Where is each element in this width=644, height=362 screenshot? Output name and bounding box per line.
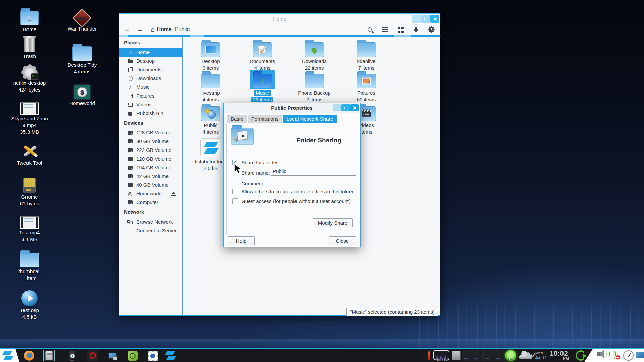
mute-badge-icon[interactable]: [615, 355, 621, 360]
back-button[interactable]: ←: [124, 25, 131, 33]
desktop-icon-desktop-tidy[interactable]: Desktop Tidy 4 items: [59, 42, 106, 75]
dialog-close-action-button[interactable]: Close: [329, 236, 356, 245]
sidebar-item-volume-40gb[interactable]: 40 GB Volume: [119, 181, 182, 189]
comment-field[interactable]: [271, 179, 356, 186]
workspace-switcher[interactable]: [462, 350, 505, 361]
tab-local-network-share[interactable]: Local Network Share: [283, 115, 337, 123]
taskbar-displays[interactable]: [107, 350, 118, 361]
taskbar-firefox[interactable]: [23, 350, 35, 361]
sidebar-item-downloads[interactable]: ↓Downloads: [119, 74, 182, 83]
sidebar-item-volume-128gb[interactable]: 128 GB Volume: [119, 128, 182, 137]
sidebar-item-volume-194gb[interactable]: 194 GB Volume: [119, 163, 182, 172]
sidebar-item-rubbish-bin[interactable]: Rubbish Bin: [119, 109, 182, 118]
desktop-icon-thumbnail[interactable]: thumbnail 1 item: [6, 249, 53, 282]
file-item-livestmp[interactable]: livestmp 4 items: [185, 70, 236, 103]
close-button[interactable]: [430, 15, 439, 23]
desktop-icon-sublabel: 35.3 MB: [7, 129, 52, 135]
workspace-2[interactable]: [473, 350, 484, 361]
share-name-field[interactable]: Public: [271, 168, 356, 176]
download-button[interactable]: [412, 25, 420, 34]
breadcrumb-public[interactable]: Public: [175, 26, 190, 33]
taskbar-opera[interactable]: O: [87, 350, 98, 361]
drive-icon: [127, 130, 133, 136]
file-item-downloads[interactable]: Downloads 22 items: [289, 39, 339, 71]
breadcrumb-home[interactable]: ⌂Home: [151, 26, 172, 33]
dialog-close-button[interactable]: [350, 104, 359, 111]
window-preview-thumbnail[interactable]: [452, 351, 461, 360]
share-this-folder-label: Share this folder: [241, 160, 278, 165]
dialog-minimize-button[interactable]: [333, 104, 341, 111]
taskbar-media-player[interactable]: [66, 350, 78, 361]
weather-widget[interactable]: 6°: [518, 352, 533, 359]
settings-button[interactable]: [427, 25, 435, 34]
file-item-kdenlive[interactable]: kdenlive 7 items: [341, 39, 391, 71]
dialog-maximize-button[interactable]: [341, 104, 350, 111]
desktop-icon-test-osp[interactable]: Test.osp 4.5 kB: [6, 288, 53, 320]
file-item-music-selected[interactable]: ♪ Music 23 items: [237, 70, 287, 103]
allow-others-checkbox[interactable]: [232, 189, 238, 194]
sidebar-item-documents[interactable]: Documents: [119, 65, 182, 74]
start-menu-button[interactable]: [0, 349, 19, 362]
file-item-documents[interactable]: Documents 4 items: [237, 39, 287, 71]
search-button[interactable]: [366, 25, 374, 34]
help-button[interactable]: Help: [228, 236, 255, 245]
volume-icon[interactable]: [597, 352, 601, 356]
dialog-titlebar[interactable]: Public Properties: [224, 103, 360, 113]
desktop-icon-homeworld[interactable]: $ Homeworld: [59, 80, 106, 107]
desktop-icon-war-thunder[interactable]: War Thunder: [59, 5, 106, 32]
workspace-4[interactable]: [494, 350, 505, 361]
modify-share-button[interactable]: Modify Share: [313, 218, 353, 227]
display-icon[interactable]: [636, 352, 644, 358]
taskbar-software-store[interactable]: [127, 350, 138, 361]
folder-icon: [72, 46, 92, 61]
battery-indicator[interactable]: 28%: [505, 350, 516, 361]
drive-icon: [127, 174, 133, 179]
tab-permissions[interactable]: Permissions: [248, 115, 282, 123]
eject-button[interactable]: [171, 192, 176, 196]
taskbar-mail[interactable]: [147, 350, 158, 361]
sidebar-item-home[interactable]: ⌂Home: [119, 48, 182, 57]
desktop-icon-netflix-desktop[interactable]: >_ netflix-desktop 424 bytes: [6, 60, 53, 93]
guest-access-checkbox[interactable]: [232, 198, 238, 204]
sidebar-item-volume-222gb[interactable]: 222 GB Volume: [119, 146, 182, 155]
analog-clock-icon[interactable]: [623, 350, 634, 361]
documents-icon: [127, 67, 133, 73]
file-item-phone-backup[interactable]: Phone Backup 2 items: [289, 70, 339, 103]
workspace-1[interactable]: [462, 350, 473, 361]
window-title: Home: [119, 14, 440, 24]
window-titlebar[interactable]: Home: [119, 14, 440, 24]
file-item-pictures[interactable]: Pictures 60 items: [341, 70, 391, 103]
sidebar-item-browse-network[interactable]: Browse Network: [119, 218, 182, 226]
desktop-icon-home[interactable]: ⌂ Home: [6, 7, 53, 33]
desktop-icon-gnome[interactable]: Gnome 61 bytes: [6, 174, 53, 207]
maximize-button[interactable]: [421, 15, 430, 23]
sidebar-item-connect-server[interactable]: Connect to Server: [119, 226, 182, 235]
taskbar-file-manager[interactable]: [43, 350, 55, 361]
minimize-button[interactable]: [412, 15, 421, 23]
grid-view-button[interactable]: [396, 25, 405, 34]
file-item-desktop[interactable]: Desktop 9 items: [185, 39, 236, 71]
sidebar-item-label: 40 GB Volume: [136, 181, 169, 189]
sidebar-item-videos[interactable]: Videos: [119, 100, 182, 109]
sidebar-item-desktop[interactable]: Desktop: [119, 57, 182, 65]
forward-button[interactable]: →: [136, 25, 143, 33]
restart-button[interactable]: [576, 350, 586, 361]
desktop-icon-test-mp4[interactable]: Test.mp4 3.1 MB: [6, 214, 53, 243]
desktop-icon-trash[interactable]: Trash: [6, 34, 53, 60]
taskbar-date[interactable]: Wed Jan 14: [535, 351, 546, 360]
tab-basic[interactable]: Basic: [227, 115, 247, 123]
sidebar-item-homeworld-disc[interactable]: ◎Homeworld: [119, 189, 182, 198]
sidebar-item-volume-42gb[interactable]: 42 GB Volume: [119, 172, 182, 181]
sidebar-item-label: Connect to Server: [136, 226, 177, 235]
sidebar-item-music[interactable]: ♪Music: [119, 83, 182, 92]
taskbar-zorin-app[interactable]: [165, 350, 176, 361]
sidebar-item-computer[interactable]: Computer: [119, 198, 182, 207]
sidebar-item-pictures[interactable]: Pictures: [119, 92, 182, 100]
list-view-button[interactable]: [381, 25, 389, 34]
sidebar-item-volume-30gb[interactable]: 30 GB Volume: [119, 137, 182, 146]
desktop-icon-skype-video[interactable]: Skype and Zorin 9.mp4 35.3 MB: [7, 100, 52, 135]
workspace-3[interactable]: [484, 350, 494, 361]
sidebar-item-volume-120gb[interactable]: 120 GB Volume: [119, 155, 182, 163]
file-name: Public: [204, 122, 218, 128]
desktop-icon-tweak-tool[interactable]: Tweak Tool: [6, 140, 53, 166]
